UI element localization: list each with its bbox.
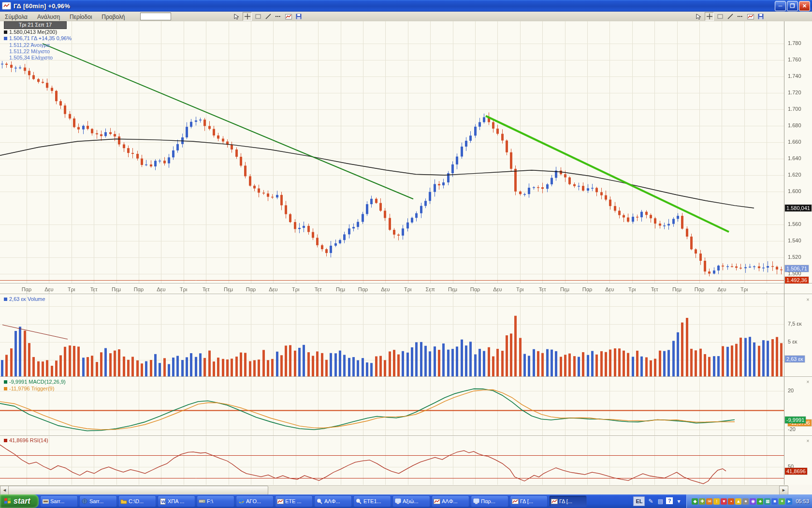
chart-tool-icon[interactable] [746,13,754,20]
task-button-χπα[interactable]: WΧΠΑ ... [158,495,195,507]
x-axis-day-label: Παρ [470,286,480,292]
tray-icon[interactable]: ◉ [750,498,756,505]
x-axis-day-label: Τετ [651,286,658,292]
pen-icon[interactable]: ✎ [647,497,654,505]
axis-tick-volume: 5 εκ [788,339,798,344]
chart-canvas[interactable] [0,21,812,485]
chart-tool-icon[interactable] [284,13,292,20]
notes-icon[interactable]: ▤ [656,497,664,505]
menu-item-Σύμβολα[interactable]: Σύμβολα [0,13,32,21]
trendline-tool-icon[interactable] [726,13,734,20]
menu-item-Προβολή[interactable]: Προβολή [97,13,130,21]
task-button-f[interactable]: F:\ [197,495,234,507]
app-icon [42,498,49,505]
task-button-sarr[interactable]: Sarr... [40,495,78,507]
x-axis-day-label: Πεμ [560,286,569,292]
task-button-γδ[interactable]: ΓΔ [... [549,495,587,507]
taskbar-clock: 05:53 [796,498,809,504]
box-tool-icon[interactable] [254,13,262,20]
title-bar: ΓΔ [60min] +0,96% ─ ❐ ✕ [0,0,812,12]
tray-icon[interactable]: ● [742,498,749,505]
magnifier-icon [316,498,323,505]
axis-tick-macd: -20 [788,426,796,432]
menu-item-Ανάλυση[interactable]: Ανάλυση [32,13,65,21]
axis-tick-price: 1.620 [788,172,801,178]
crosshair-tool-icon[interactable] [705,12,714,21]
task-label: ΧΠΑ ... [168,498,184,504]
app-chart-icon [2,2,11,10]
rsi-pane-close-icon[interactable]: × [805,438,811,444]
x-axis-day-label: Τρι [628,286,636,292]
horizontal-scrollbar[interactable]: ◄ ► [0,485,788,494]
task-button-αλφ[interactable]: ΑΛΦ... [314,495,352,507]
scrollbar-thumb[interactable] [8,486,268,495]
tray-icon[interactable]: ▲ [735,498,741,505]
tray-icon[interactable]: ▪ [728,498,734,505]
x-axis-day-label: Τρι [516,286,523,292]
pointer-tool-icon[interactable] [232,13,241,20]
pointer-tool-icon[interactable] [695,13,703,20]
tray-icon[interactable]: ✉ [706,498,712,505]
chart-icon [512,498,519,505]
task-button-ετε[interactable]: ΕΤΕ ... [275,495,313,507]
volume-pane-close-icon[interactable]: × [805,297,811,302]
minimize-button[interactable]: ─ [775,1,786,11]
task-label: ΑΛΦ... [324,498,340,504]
macd-pane-close-icon[interactable]: × [805,379,811,385]
dots-tool-icon[interactable] [274,13,282,20]
start-button[interactable]: start [0,494,39,508]
task-button-αλφ[interactable]: ΑΛΦ... [432,495,469,507]
trendline-tool-icon[interactable] [264,13,272,20]
x-axis-day-label: Τρι [68,286,75,292]
monitor-icon [394,498,401,505]
task-label: ΑΓΟ... [246,498,261,504]
task-button-αγο[interactable]: eΑΓΟ... [236,495,274,507]
task-label: ΕΤΕ ... [285,498,302,504]
close-button[interactable]: ✕ [799,1,810,11]
magnifier-icon [355,498,362,505]
price-swatch [4,37,7,40]
save-tool-icon[interactable] [756,13,765,20]
restore-button[interactable]: ❐ [787,1,798,11]
axis-badge-rsi: 41,8696 [785,468,807,475]
macd-swatch [4,380,7,384]
task-label: Παρ... [481,498,495,504]
task-button-αξι[interactable]: Αξιώ... [392,495,430,507]
language-indicator[interactable]: EL [633,496,645,506]
task-label: ΕΤΕ1... [363,498,381,504]
x-axis-day-label: Τρι [740,286,748,292]
chevron-icon[interactable]: ▾ [675,497,682,505]
help-icon[interactable]: ? [666,497,673,504]
x-axis-day-label: Τετ [203,286,210,292]
save-tool-icon[interactable] [294,13,303,20]
axis-tick-price: 1.680 [788,122,801,128]
windows-flag-icon [4,498,12,505]
symbol-input[interactable] [140,13,171,20]
tray-icon[interactable]: ! [713,498,720,505]
menu-item-Περίοδοι[interactable]: Περίοδοι [65,13,97,21]
task-button-sarr[interactable]: Sarr... [79,495,117,507]
task-button-cd[interactable]: C:\D... [118,495,156,507]
x-axis-day-label: Παρ [358,286,368,292]
legend-open: 1.511,22 Άνοιγμα [9,42,50,48]
tray-icon[interactable]: ✦ [779,498,785,505]
tray-icon[interactable]: ■ [771,498,778,505]
toolbar-main [232,12,303,21]
tray-icon[interactable]: ▦ [764,498,770,505]
task-button-παρ[interactable]: Παρ... [471,495,508,507]
tray-icon[interactable]: ✚ [699,498,705,505]
scroll-right-arrow[interactable]: ► [779,486,788,495]
tray-icon[interactable]: ♥ [721,498,727,505]
x-axis-day-label: Σεπ [426,286,435,292]
tray-icon[interactable]: ♣ [757,498,763,505]
tray-icon[interactable]: ► [786,498,792,505]
tray-icon[interactable]: ◆ [692,498,698,505]
box-tool-icon[interactable] [716,13,724,20]
axis-badge-macd: -9,9991 [785,417,806,423]
task-button-ετε1[interactable]: ΕΤΕ1... [353,495,391,507]
trigger-swatch [4,387,7,390]
task-button-γδ[interactable]: ΓΔ [... [510,495,548,507]
chart-area: Τρι 21 Σεπ 17 1.580,0413 Me(200) 1.506,7… [0,21,812,485]
dots-tool-icon[interactable] [736,13,744,20]
crosshair-tool-icon[interactable] [243,12,252,21]
